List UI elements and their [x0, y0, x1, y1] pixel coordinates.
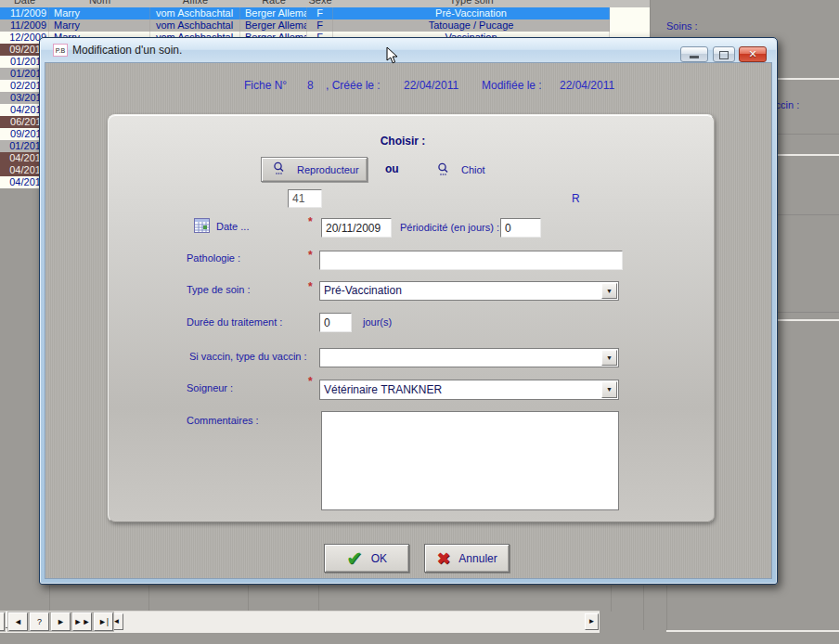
table-row[interactable]: 11/2009Marryvom AschbachtalBerger Allema… — [0, 7, 610, 19]
soins-label: Soins : — [666, 20, 698, 32]
duree-label: Durée du traitement : — [187, 316, 282, 328]
nav-button-4[interactable]: ►► — [72, 612, 92, 631]
fiche-modified-value: 22/04/2011 — [560, 79, 614, 92]
column-header: Nom — [49, 0, 150, 7]
chiot-label: Chiot — [461, 164, 485, 175]
nav-button-0[interactable]: ◄ — [0, 612, 5, 631]
fiche-created-label: , Créée le : — [326, 79, 381, 92]
table-cell-nom: Marry — [49, 7, 150, 19]
date-label: Date ... — [216, 221, 249, 232]
ok-label: OK — [371, 552, 387, 565]
close-icon: ✕ — [748, 48, 756, 59]
separator — [778, 319, 839, 321]
column-header: Affixe — [150, 0, 240, 7]
si-vaccin-select[interactable]: ▼ — [319, 348, 619, 367]
separator — [666, 630, 839, 632]
animal-id-field[interactable] — [288, 189, 322, 208]
fiche-modified-label: Modifiée le : — [482, 79, 542, 92]
grid-line — [643, 586, 644, 630]
fiche-number: 8 — [307, 79, 314, 92]
nav-button-2[interactable]: ? — [30, 612, 49, 631]
check-icon: ✔ — [346, 547, 363, 570]
minimize-icon — [690, 56, 699, 58]
separator — [778, 78, 839, 80]
pathologie-field[interactable] — [319, 251, 623, 270]
date-field[interactable] — [321, 218, 392, 238]
grid-line — [666, 586, 667, 630]
table-row[interactable]: 11/2009Marryvom AschbachtalBerger Allema… — [0, 19, 610, 32]
column-header: Type soin — [333, 0, 610, 7]
dialog-body: Fiche N° 8 , Créée le : 22/04/2011 Modif… — [45, 62, 772, 579]
commentaires-label: Commentaires : — [187, 415, 259, 426]
annuler-label: Annuler — [458, 552, 497, 565]
choisir-label: Choisir : — [352, 135, 454, 148]
r-flag-label: R — [572, 192, 580, 205]
fiche-created-value: 22/04/2011 — [404, 79, 458, 92]
ou-label: ou — [385, 162, 399, 175]
si-vaccin-label: Si vaccin, type du vaccin : — [189, 351, 307, 362]
dialog-modification-soin: P.B Modification d'un soin. ✕ Fiche N° 8… — [39, 37, 778, 585]
record-navigation-bar: ◄ ► ◄◄?►►►►| — [0, 611, 600, 633]
required-marker: * — [308, 375, 313, 388]
reproducteur-button[interactable]: Reproducteur — [261, 157, 368, 182]
grid-line — [611, 586, 612, 612]
commentaires-field[interactable] — [321, 411, 619, 510]
type-soin-select[interactable]: Pré-Vaccination ▼ — [319, 281, 619, 301]
soigneur-select[interactable]: Vétérinaire TRANKNER ▼ — [319, 380, 619, 400]
separator — [778, 312, 839, 313]
type-soin-label: Type de soin : — [187, 284, 251, 295]
calendar-icon[interactable] — [194, 218, 210, 237]
nav-button-3[interactable]: ► — [51, 612, 71, 631]
table-cell-date: 11/2009 — [0, 7, 49, 19]
separator — [778, 154, 839, 156]
table-cell-race: Berger Alleman — [240, 19, 307, 32]
app-icon: P.B — [53, 44, 68, 57]
maximize-icon — [719, 51, 729, 59]
table-cell-type: Tatouage / Pucage — [333, 19, 610, 32]
periodicite-label: Périodicité (en jours) : — [400, 222, 499, 233]
grid-line — [248, 586, 249, 611]
scroll-right-button[interactable]: ► — [585, 613, 599, 630]
required-marker: * — [308, 280, 313, 293]
chevron-down-icon[interactable]: ▼ — [601, 350, 617, 366]
required-marker: * — [308, 249, 313, 262]
table-cell-affixe: vom Aschbachtal — [150, 7, 240, 19]
soigneur-label: Soigneur : — [187, 382, 233, 393]
chevron-down-icon[interactable]: ▼ — [601, 283, 617, 299]
type-soin-value: Pré-Vaccination — [324, 284, 402, 297]
minimize-button[interactable] — [680, 46, 708, 62]
table-cell-date: 11/2009 — [0, 19, 49, 32]
column-header: Sexe — [307, 0, 333, 7]
nav-button-5[interactable]: ►| — [94, 612, 113, 631]
table-cell-type: Pré-Vaccination — [333, 7, 610, 19]
table-cell-affixe: vom Aschbachtal — [150, 19, 240, 32]
chevron-down-icon[interactable]: ▼ — [601, 381, 617, 398]
dialog-titlebar[interactable]: P.B Modification d'un soin. ✕ — [41, 39, 776, 62]
application-window: DateNomAffixeRaceSexeType soin 11/2009Ma… — [0, 0, 839, 644]
table-cell-nom: Marry — [49, 19, 150, 32]
magnifier-icon — [437, 162, 450, 178]
soigneur-value: Vétérinaire TRANKNER — [324, 383, 442, 396]
reproducteur-label: Reproducteur — [297, 164, 359, 175]
chiot-button[interactable]: Chiot — [437, 161, 511, 179]
duree-field[interactable] — [319, 313, 352, 332]
maximize-button[interactable] — [713, 46, 735, 62]
pathologie-label: Pathologie : — [187, 252, 240, 264]
duree-unit-label: jour(s) — [363, 316, 392, 328]
ok-button[interactable]: ✔ OK — [324, 544, 409, 573]
table-cell-race: Berger Alleman — [240, 7, 307, 19]
separator — [778, 214, 839, 215]
dialog-title: Modification d'un soin. — [72, 44, 182, 57]
scroll-right-icon: ► — [588, 617, 596, 625]
grid-line — [49, 586, 50, 611]
column-header: Race — [240, 0, 307, 7]
nav-button-1[interactable]: ◄ — [8, 612, 28, 631]
required-marker: * — [308, 215, 313, 228]
close-button[interactable]: ✕ — [739, 46, 767, 62]
column-header: Date — [0, 0, 49, 7]
table-cell-sexe: F — [307, 7, 333, 19]
periodicite-field[interactable] — [500, 218, 541, 238]
scroll-left-icon: ◄ — [113, 617, 121, 625]
grid-line — [318, 586, 319, 611]
annuler-button[interactable]: ✖ Annuler — [424, 544, 510, 573]
